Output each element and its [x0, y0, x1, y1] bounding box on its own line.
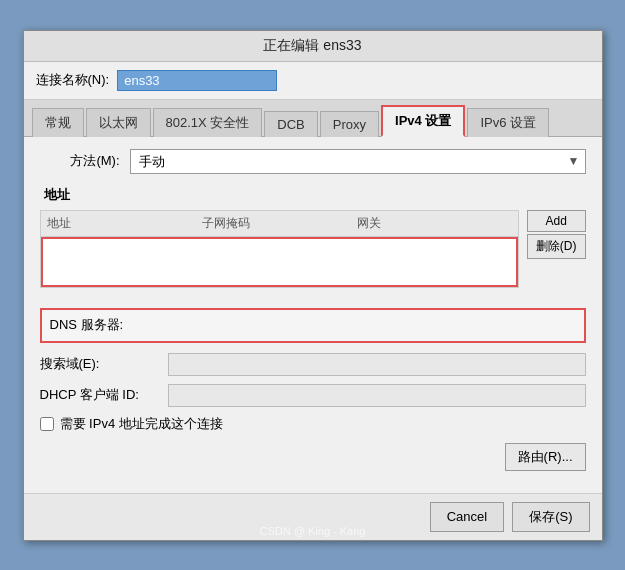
tab-general[interactable]: 常规: [32, 108, 84, 137]
title-bar: 正在编辑 ens33: [24, 31, 602, 62]
tab-dcb[interactable]: DCB: [264, 111, 317, 137]
dhcp-client-id-row: DHCP 客户端 ID:: [40, 384, 586, 407]
route-row: 路由(R)...: [40, 443, 586, 471]
route-button[interactable]: 路由(R)...: [505, 443, 586, 471]
edit-dialog: 正在编辑 ens33 连接名称(N): 常规 以太网 802.1X 安全性 DC…: [23, 30, 603, 541]
dhcp-client-id-input[interactable]: [168, 384, 586, 407]
dhcp-client-id-label: DHCP 客户端 ID:: [40, 386, 160, 404]
address-input-area[interactable]: [41, 237, 518, 287]
tab-ethernet[interactable]: 以太网: [86, 108, 151, 137]
delete-address-button[interactable]: 删除(D): [527, 234, 586, 259]
content-area: 方法(M): 手动 自动(DHCP) 仅链接本地 共享到其他计算机 禁用 ▼ 地…: [24, 137, 602, 493]
address-section-title: 地址: [44, 186, 586, 204]
dialog-title: 正在编辑 ens33: [263, 37, 361, 53]
address-table: 地址 子网掩码 网关: [40, 210, 519, 288]
address-buttons: Add 删除(D): [527, 210, 586, 298]
col-address: 地址: [47, 215, 202, 232]
dns-input[interactable]: [131, 316, 575, 335]
method-select[interactable]: 手动 自动(DHCP) 仅链接本地 共享到其他计算机 禁用: [130, 149, 586, 174]
require-ipv4-checkbox[interactable]: [40, 417, 54, 431]
method-row: 方法(M): 手动 自动(DHCP) 仅链接本地 共享到其他计算机 禁用 ▼: [40, 149, 586, 174]
connection-name-row: 连接名称(N):: [24, 62, 602, 100]
tab-8021x[interactable]: 802.1X 安全性: [153, 108, 263, 137]
connection-name-input[interactable]: [117, 70, 277, 91]
address-header: 地址 子网掩码 网关: [41, 211, 518, 237]
tabs-row: 常规 以太网 802.1X 安全性 DCB Proxy IPv4 设置 IPv6…: [24, 100, 602, 137]
col-gateway: 网关: [357, 215, 512, 232]
require-ipv4-label: 需要 IPv4 地址完成这个连接: [60, 415, 223, 433]
address-block: 地址 子网掩码 网关 Add 删除(D): [40, 210, 586, 298]
cancel-button[interactable]: Cancel: [430, 502, 504, 532]
search-domain-label: 搜索域(E):: [40, 355, 160, 373]
bottom-bar: Cancel 保存(S): [24, 493, 602, 540]
col-netmask: 子网掩码: [202, 215, 357, 232]
tab-proxy[interactable]: Proxy: [320, 111, 379, 137]
add-address-button[interactable]: Add: [527, 210, 586, 232]
save-button[interactable]: 保存(S): [512, 502, 589, 532]
dns-row: DNS 服务器:: [40, 308, 586, 343]
connection-name-label: 连接名称(N):: [36, 71, 110, 89]
search-domain-row: 搜索域(E):: [40, 353, 586, 376]
search-domain-input[interactable]: [168, 353, 586, 376]
method-label: 方法(M):: [40, 152, 120, 170]
dns-label: DNS 服务器:: [50, 316, 124, 334]
tab-ipv4[interactable]: IPv4 设置: [381, 105, 465, 137]
tab-ipv6[interactable]: IPv6 设置: [467, 108, 549, 137]
require-ipv4-row: 需要 IPv4 地址完成这个连接: [40, 415, 586, 433]
method-select-wrapper: 手动 自动(DHCP) 仅链接本地 共享到其他计算机 禁用 ▼: [130, 149, 586, 174]
